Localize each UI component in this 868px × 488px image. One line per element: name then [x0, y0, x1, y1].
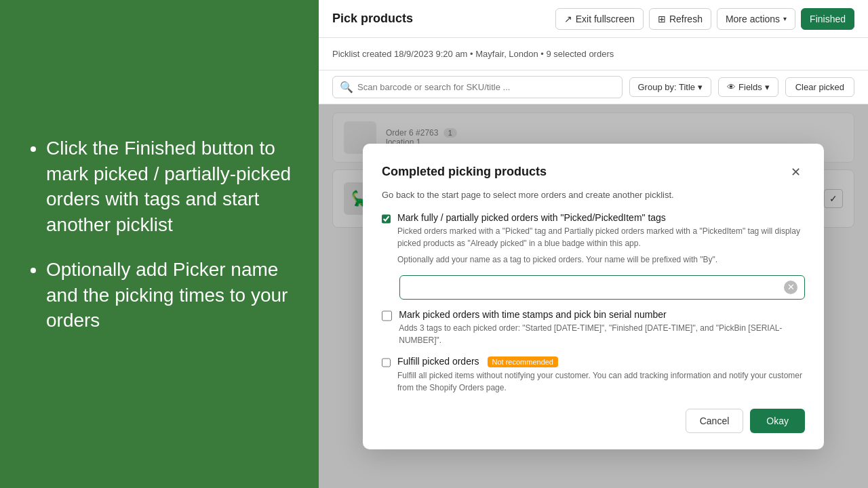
left-panel: Click the Finished button to mark picked…	[0, 0, 319, 488]
clear-picked-button[interactable]: Clear picked	[785, 77, 854, 97]
content-area: Order 6 #2763 1 location 1 🦕 Animal Zone…	[319, 104, 868, 488]
checkbox-row-3: Fulfill picked orders Not recommended Fu…	[382, 356, 805, 394]
modal-description: Go back to the start page to select more…	[382, 190, 805, 200]
checkbox-1-desc: Picked orders marked with a "Picked" tag…	[397, 225, 805, 249]
clear-name-button[interactable]: ✕	[784, 281, 797, 294]
modal-close-button[interactable]: ✕	[786, 163, 805, 182]
checkbox-3-desc: Fulfill all picked items without notifyi…	[397, 369, 805, 394]
chevron-down-icon: ▾	[698, 82, 703, 92]
modal-footer: Cancel Okay	[382, 409, 805, 433]
exit-fullscreen-button[interactable]: ↗ Exit fullscreen	[555, 8, 644, 30]
name-input-wrap[interactable]: John ✕	[399, 275, 805, 300]
picker-name-input[interactable]: John	[407, 282, 780, 293]
checkbox-2-content: Mark picked orders with time stamps and …	[399, 309, 805, 346]
top-bar-actions: ↗ Exit fullscreen ⊞ Refresh More actions…	[555, 8, 854, 30]
modal-completed-picking: Completed picking products ✕ Go back to …	[363, 144, 824, 449]
not-recommended-badge: Not recommended	[488, 357, 559, 367]
exit-fullscreen-icon: ↗	[564, 14, 572, 24]
checkbox-fulfill[interactable]	[382, 357, 391, 368]
filter-bar: 🔍 Group by: Title ▾ 👁 Fields ▾ Clear pic…	[319, 70, 868, 104]
sub-bar: Picklist created 18/9/2023 9:20 am • May…	[319, 38, 868, 70]
chevron-down-icon: ▾	[783, 15, 787, 22]
modal-title: Completed picking products	[382, 165, 547, 179]
checkbox-timestamps[interactable]	[382, 310, 392, 321]
picklist-info: Picklist created 18/9/2023 9:20 am • May…	[332, 49, 614, 59]
bullet-item-1: Click the Finished button to mark picked…	[46, 136, 292, 238]
more-actions-button[interactable]: More actions ▾	[717, 8, 795, 30]
search-input[interactable]	[357, 82, 615, 92]
search-icon: 🔍	[340, 81, 353, 94]
checkbox-row-2: Mark picked orders with time stamps and …	[382, 309, 805, 346]
checkbox-2-label: Mark picked orders with time stamps and …	[399, 309, 805, 320]
top-bar: Pick products ↗ Exit fullscreen ⊞ Refres…	[319, 0, 868, 38]
search-box[interactable]: 🔍	[332, 76, 623, 98]
bullet-list: Click the Finished button to mark picked…	[27, 136, 292, 353]
checkbox-3-label: Fulfill picked orders Not recommended	[397, 356, 805, 367]
name-input-row: John ✕	[399, 275, 805, 300]
right-panel: Pick products ↗ Exit fullscreen ⊞ Refres…	[319, 0, 868, 488]
checkbox-3-content: Fulfill picked orders Not recommended Fu…	[397, 356, 805, 394]
fields-icon: 👁	[727, 82, 736, 92]
refresh-icon: ⊞	[658, 14, 666, 24]
checkbox-1-label: Mark fully / partially picked orders wit…	[397, 212, 805, 223]
checkbox-2-desc: Adds 3 tags to each picked order: "Start…	[399, 322, 805, 346]
chevron-down-icon: ▾	[765, 82, 770, 92]
group-by-button[interactable]: Group by: Title ▾	[629, 77, 712, 97]
fields-button[interactable]: 👁 Fields ▾	[718, 77, 778, 97]
refresh-button[interactable]: ⊞ Refresh	[649, 8, 711, 30]
checkbox-row-1: Mark fully / partially picked orders wit…	[382, 212, 805, 266]
checkbox-1-content: Mark fully / partially picked orders wit…	[397, 212, 805, 266]
finished-button[interactable]: Finished	[801, 8, 854, 30]
modal-overlay: Completed picking products ✕ Go back to …	[319, 104, 868, 488]
page-title: Pick products	[332, 12, 413, 26]
cancel-button[interactable]: Cancel	[686, 409, 744, 433]
bullet-item-2: Optionally add Picker name and the picki…	[46, 257, 292, 333]
checkbox-picked-tags[interactable]	[382, 214, 391, 224]
okay-button[interactable]: Okay	[750, 409, 805, 433]
checkbox-1-desc2: Optionally add your name as a tag to pic…	[397, 253, 805, 266]
modal-header: Completed picking products ✕	[382, 163, 805, 182]
